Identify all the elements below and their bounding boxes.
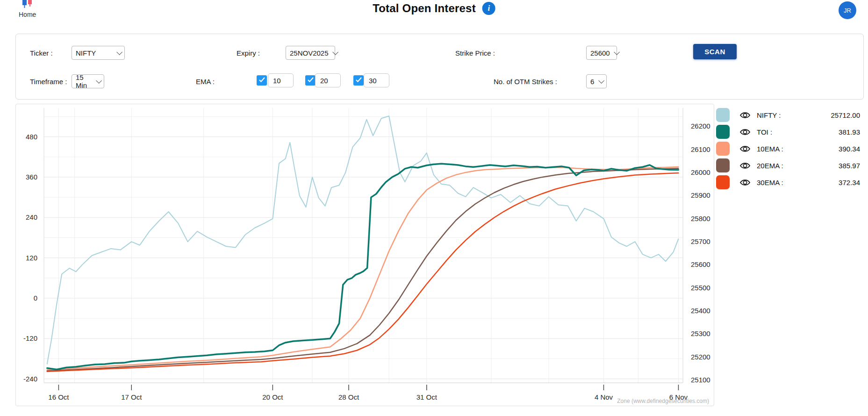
home-button[interactable]: Home xyxy=(19,0,51,18)
timeframe-select[interactable]: 15 Min xyxy=(72,74,104,88)
svg-text:20 Oct: 20 Oct xyxy=(262,393,283,401)
svg-text:26200: 26200 xyxy=(691,122,710,130)
svg-text:360: 360 xyxy=(26,173,37,181)
expiry-select[interactable]: 25NOV2025 xyxy=(286,46,335,60)
series-color-swatch xyxy=(716,108,730,122)
svg-text:4 Nov: 4 Nov xyxy=(595,393,613,401)
timeframe-value: 15 Min xyxy=(76,73,92,89)
ema-label: EMA : xyxy=(196,78,215,86)
controls-panel: Ticker : NIFTY Expiry : 25NOV2025 Strike… xyxy=(15,34,864,100)
svg-text:25800: 25800 xyxy=(691,215,710,222)
expiry-label: Expiry : xyxy=(237,49,260,57)
eye-toggle-icon[interactable] xyxy=(739,161,751,170)
svg-text:25600: 25600 xyxy=(691,260,710,268)
watermark: Zone (www.definedgesecurities.com) xyxy=(617,398,709,404)
chart-legend: NIFTY :25712.00TOI :381.9310EMA :390.342… xyxy=(716,107,860,191)
ema-10-input[interactable] xyxy=(268,73,294,87)
svg-text:120: 120 xyxy=(26,254,37,262)
series-color-swatch xyxy=(716,142,730,156)
strike-price-label: Strike Price : xyxy=(455,49,495,57)
svg-text:-240: -240 xyxy=(23,375,37,383)
svg-text:25900: 25900 xyxy=(691,191,710,199)
legend-label: 10EMA : xyxy=(757,145,783,153)
ticker-value: NIFTY xyxy=(76,49,96,57)
ema-10-checkbox[interactable] xyxy=(257,75,267,86)
user-avatar[interactable]: JR xyxy=(839,1,856,19)
eye-toggle-icon[interactable] xyxy=(739,144,751,153)
legend-value: 372.34 xyxy=(839,179,860,186)
legend-row: 10EMA :390.34 xyxy=(716,140,860,157)
series-color-swatch xyxy=(716,175,730,189)
check-icon xyxy=(259,77,265,82)
eye-toggle-icon[interactable] xyxy=(739,128,751,136)
check-icon xyxy=(356,77,362,82)
legend-label: TOI : xyxy=(757,128,772,136)
otm-strikes-label: No. of OTM Strikes : xyxy=(494,78,557,86)
ema-30-input[interactable] xyxy=(364,73,389,87)
strike-price-value: 25600 xyxy=(590,49,610,57)
strike-price-select[interactable]: 25600 xyxy=(586,46,617,60)
legend-value: 25712.00 xyxy=(831,111,860,119)
legend-label: NIFTY : xyxy=(757,111,781,119)
chevron-down-icon xyxy=(332,49,338,55)
ema-30-checkbox[interactable] xyxy=(353,75,364,86)
legend-value: 385.97 xyxy=(839,162,860,170)
legend-row: 20EMA :385.97 xyxy=(716,157,860,174)
legend-label: 20EMA : xyxy=(757,162,783,170)
series-color-swatch xyxy=(716,158,730,172)
svg-text:25500: 25500 xyxy=(691,284,710,292)
home-label: Home xyxy=(19,11,51,18)
svg-text:16 Oct: 16 Oct xyxy=(48,393,69,401)
legend-row: NIFTY :25712.00 xyxy=(716,107,860,123)
otm-strikes-value: 6 xyxy=(590,78,594,86)
candlestick-icon xyxy=(21,0,34,9)
svg-text:17 Oct: 17 Oct xyxy=(121,393,142,401)
legend-row: TOI :381.93 xyxy=(716,123,860,140)
otm-strikes-select[interactable]: 6 xyxy=(586,74,607,88)
chart-svg: 4803602401200-120-2402620026100260002590… xyxy=(16,104,714,406)
svg-text:26000: 26000 xyxy=(691,168,710,176)
info-icon[interactable]: i xyxy=(482,2,495,15)
scan-button[interactable]: SCAN xyxy=(693,44,737,59)
legend-label: 30EMA : xyxy=(757,179,783,186)
chart-container: 4803602401200-120-2402620026100260002590… xyxy=(15,104,714,406)
legend-value: 390.34 xyxy=(839,145,860,153)
check-icon xyxy=(308,77,314,82)
chevron-down-icon xyxy=(96,78,102,84)
svg-text:31 Oct: 31 Oct xyxy=(416,393,438,401)
ticker-label: Ticker : xyxy=(30,49,53,57)
svg-text:240: 240 xyxy=(26,213,37,221)
chevron-down-icon xyxy=(116,49,122,55)
svg-text:25400: 25400 xyxy=(691,307,710,315)
ema-20-input[interactable] xyxy=(315,73,341,87)
eye-toggle-icon[interactable] xyxy=(739,111,751,120)
legend-value: 381.93 xyxy=(839,128,860,136)
svg-text:0: 0 xyxy=(34,294,37,302)
app: { "header": { "home_label": "Home", "tit… xyxy=(0,0,868,416)
svg-text:25200: 25200 xyxy=(691,353,710,361)
eye-toggle-icon[interactable] xyxy=(739,178,751,187)
chevron-down-icon xyxy=(614,49,620,55)
chevron-down-icon xyxy=(598,78,604,84)
page-title: Total Open Interest xyxy=(373,2,476,15)
expiry-value: 25NOV2025 xyxy=(290,49,329,57)
series-color-swatch xyxy=(716,125,730,139)
svg-text:25300: 25300 xyxy=(691,330,710,337)
timeframe-label: Timeframe : xyxy=(30,78,67,86)
ticker-select[interactable]: NIFTY xyxy=(72,46,125,60)
svg-text:26100: 26100 xyxy=(691,145,710,153)
ema-20-checkbox[interactable] xyxy=(305,75,316,86)
svg-text:25100: 25100 xyxy=(691,376,710,384)
svg-text:25700: 25700 xyxy=(691,237,710,245)
svg-text:480: 480 xyxy=(26,133,37,141)
svg-text:-120: -120 xyxy=(23,334,37,342)
legend-row: 30EMA :372.34 xyxy=(716,174,860,191)
header: Home Total Open Interest i JR xyxy=(0,0,868,28)
svg-text:28 Oct: 28 Oct xyxy=(338,393,359,401)
